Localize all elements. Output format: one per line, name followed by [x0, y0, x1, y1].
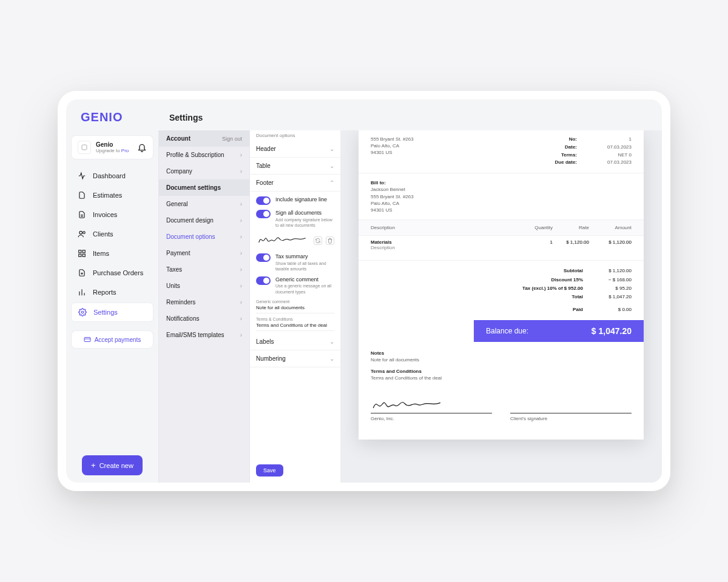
toggle-sign-all: Sign all documentsAdd company signature …: [256, 210, 334, 228]
sign-out-link[interactable]: Sign out: [222, 136, 242, 142]
chevron-right-icon: ›: [240, 217, 242, 224]
doc-meta: No:1 Date:07.03.2023 Terms:NET 0 Due dat…: [555, 136, 632, 167]
settings-reminders[interactable]: Reminders›: [159, 294, 249, 310]
page-title: Settings: [169, 113, 203, 122]
section-footer-toggle[interactable]: Footer⌃: [250, 175, 340, 192]
settings-profile[interactable]: Profile & Subscription›: [159, 147, 249, 163]
settings-taxes[interactable]: Taxes›: [159, 261, 249, 278]
file-icon: [77, 190, 87, 200]
signature-preview-row: [256, 233, 334, 249]
section-account: AccountSign out: [159, 130, 249, 147]
chevron-right-icon: ›: [240, 315, 242, 322]
chevron-right-icon: ›: [240, 299, 242, 306]
plus-icon: +: [91, 461, 96, 469]
activity-icon: [77, 171, 87, 181]
chevron-right-icon: ›: [240, 152, 242, 158]
toggle-switch[interactable]: [256, 276, 271, 285]
toggle-include-signature: Include signature line: [256, 196, 334, 205]
app-logo: GENIO: [81, 110, 169, 124]
settings-document-options[interactable]: Document options›: [159, 229, 249, 245]
bell-icon[interactable]: [137, 142, 147, 152]
balance-due: Balance due: $ 1,047.20: [474, 320, 644, 342]
totals: Subtotal$ 1,120.00 Discount 15%− $ 168.0…: [359, 261, 644, 320]
delete-signature-button[interactable]: [326, 236, 334, 245]
company-signature: [371, 395, 492, 413]
app-screen: GENIO Settings Genio Upgrade to Pro Dash…: [66, 99, 662, 483]
app-header: GENIO Settings: [66, 99, 662, 130]
toggle-switch[interactable]: [256, 253, 271, 262]
section-table-toggle[interactable]: Table⌄: [250, 158, 340, 175]
chevron-right-icon: ›: [240, 283, 242, 289]
notes-section: Notes Note for all documents Terms and C…: [359, 342, 644, 389]
svg-point-2: [83, 232, 86, 234]
section-labels-toggle[interactable]: Labels⌄: [250, 333, 340, 350]
settings-document-design[interactable]: Document design›: [159, 212, 249, 229]
device-frame: GENIO Settings Genio Upgrade to Pro Dash…: [58, 91, 670, 491]
signature-image: [256, 233, 314, 249]
panel-breadcrumb: Document options: [250, 130, 340, 141]
upgrade-plan[interactable]: Pro: [121, 148, 129, 153]
nav-items[interactable]: Items: [71, 244, 153, 263]
bill-to: Bill to: Jackson Bennet 555 Bryant St. #…: [359, 173, 644, 220]
settings-units[interactable]: Units›: [159, 278, 249, 294]
document-options-panel: Document options Header⌄ Table⌄ Footer⌃ …: [249, 130, 340, 483]
app-body: Genio Upgrade to Pro Dashboard Estimates…: [66, 130, 662, 483]
section-header-toggle[interactable]: Header⌄: [250, 141, 340, 158]
chevron-down-icon: ⌄: [329, 162, 334, 169]
chevron-right-icon: ›: [240, 266, 242, 273]
generic-comment-label: Generic comment: [256, 299, 334, 304]
settings-payment[interactable]: Payment›: [159, 245, 249, 261]
nav-clients[interactable]: Clients: [71, 225, 153, 243]
refresh-signature-button[interactable]: [314, 236, 322, 245]
svg-point-1: [79, 231, 83, 234]
section-numbering-toggle[interactable]: Numbering⌄: [250, 350, 340, 367]
svg-rect-6: [83, 254, 85, 256]
svg-rect-3: [79, 250, 81, 253]
settings-general[interactable]: General›: [159, 196, 249, 212]
nav-estimates[interactable]: Estimates: [71, 186, 153, 204]
users-icon: [77, 229, 87, 239]
card-icon: [84, 336, 91, 343]
generic-comment-field[interactable]: Note for all documents: [256, 304, 334, 313]
accept-payments-button[interactable]: Accept payments: [71, 330, 153, 349]
toggle-switch[interactable]: [256, 196, 271, 205]
line-items-header: Description Quantity Rate Amount: [359, 220, 644, 236]
terms-field[interactable]: Terms and Conditions of the deal: [256, 321, 334, 331]
section-document-settings: Document settings: [159, 179, 249, 196]
svg-rect-4: [83, 250, 85, 253]
save-button[interactable]: Save: [256, 464, 283, 477]
terms-label: Terms & Conditions: [256, 317, 334, 321]
chevron-right-icon: ›: [240, 250, 242, 256]
account-name: Genio: [96, 141, 137, 148]
file-plus-icon: [77, 268, 87, 278]
signature-section: Genio, Inc. Client's signature: [359, 389, 644, 427]
document-preview-area: 555 Bryant St. #263 Palo Alto, CA 94301 …: [340, 130, 662, 483]
main-nav: Dashboard Estimates Invoices Clients Ite…: [71, 167, 153, 323]
settings-company[interactable]: Company›: [159, 163, 249, 179]
client-signature: [510, 395, 632, 413]
nav-purchase-orders[interactable]: Purchase Orders: [71, 264, 153, 282]
chart-icon: [77, 287, 87, 297]
settings-templates[interactable]: Email/SMS templates›: [159, 327, 249, 343]
nav-reports[interactable]: Reports: [71, 283, 153, 301]
chevron-right-icon: ›: [240, 233, 242, 240]
chevron-up-icon: ⌃: [329, 179, 334, 186]
toggle-switch[interactable]: [256, 210, 271, 218]
gear-icon: [78, 307, 87, 317]
account-card[interactable]: Genio Upgrade to Pro: [71, 135, 153, 159]
nav-settings[interactable]: Settings: [71, 303, 153, 322]
chevron-right-icon: ›: [240, 201, 242, 207]
invoice-icon: [77, 210, 87, 219]
create-new-button[interactable]: +Create new: [82, 455, 143, 475]
nav-dashboard[interactable]: Dashboard: [71, 167, 153, 185]
chevron-right-icon: ›: [240, 168, 242, 175]
svg-point-7: [81, 311, 84, 313]
chevron-down-icon: ⌄: [329, 338, 334, 345]
chevron-down-icon: ⌄: [329, 146, 334, 152]
grid-icon: [77, 249, 87, 258]
avatar: [78, 141, 91, 154]
document-preview: 555 Bryant St. #263 Palo Alto, CA 94301 …: [359, 130, 644, 440]
svg-rect-5: [79, 254, 81, 256]
settings-notifications[interactable]: Notifications›: [159, 310, 249, 327]
nav-invoices[interactable]: Invoices: [71, 206, 153, 224]
